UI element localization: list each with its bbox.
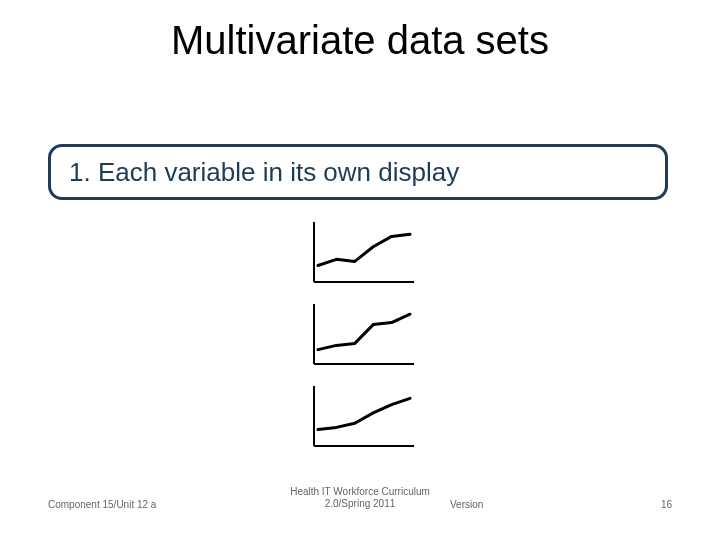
footer-center-line1: Health IT Workforce Curriculum — [290, 486, 430, 497]
mini-chart-svg — [300, 382, 420, 456]
footer-center: Health IT Workforce Curriculum 2.0/Sprin… — [0, 486, 720, 510]
callout-box: 1. Each variable in its own display — [48, 144, 668, 200]
mini-chart-svg — [300, 218, 420, 292]
slide-footer: Component 15/Unit 12 a Health IT Workfor… — [0, 480, 720, 510]
callout-text: 1. Each variable in its own display — [69, 157, 459, 188]
slide: Multivariate data sets 1. Each variable … — [0, 0, 720, 540]
mini-chart-svg — [300, 300, 420, 374]
mini-chart-1 — [300, 218, 420, 292]
mini-chart-3 — [300, 382, 420, 456]
slide-title: Multivariate data sets — [0, 18, 720, 63]
charts-column — [0, 218, 720, 456]
mini-chart-2 — [300, 300, 420, 374]
footer-center-line2: 2.0/Spring 2011 — [0, 498, 720, 510]
footer-page-number: 16 — [661, 499, 672, 510]
footer-version-label: Version — [450, 499, 483, 510]
